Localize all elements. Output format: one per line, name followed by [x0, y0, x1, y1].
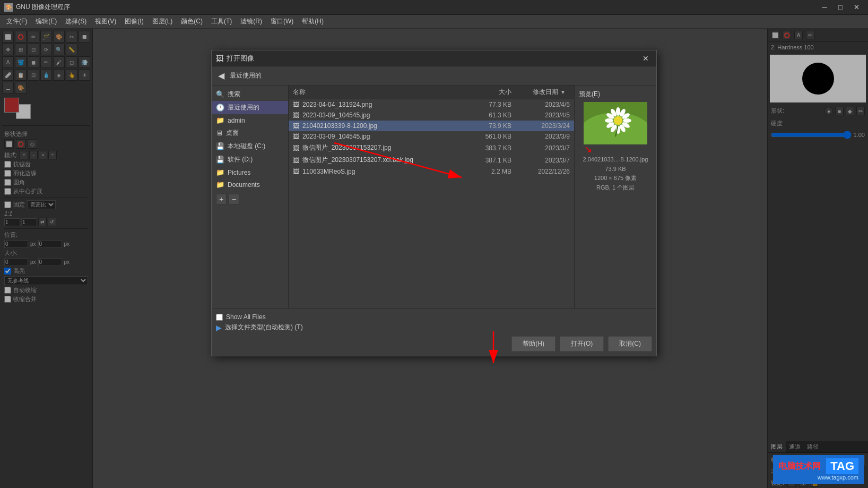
- preview-colormode: RGB, 1 个图层: [583, 183, 648, 193]
- file-icon-0: 🖼: [293, 101, 299, 108]
- col-header-name[interactable]: 名称: [293, 88, 464, 97]
- file-name-5: 微信图片_20230307153207.xcf.bak.jpg: [302, 156, 464, 165]
- file-row-4[interactable]: 🖼 微信图片_20230307153207.jpg 383.7 KB 2023/…: [289, 142, 574, 154]
- sidebar-recent[interactable]: 🕐 最近使用的: [212, 101, 288, 114]
- menu-help[interactable]: 帮助(H): [298, 15, 328, 28]
- search-icon: 🔍: [216, 90, 224, 98]
- preview-filename: 2.04021033...-8-1200.jpg: [583, 155, 648, 165]
- file-size-4: 383.7 KB: [464, 144, 511, 152]
- help-button[interactable]: 帮助(H): [511, 336, 555, 352]
- app-icon: 🎨: [4, 3, 13, 12]
- svg-point-3: [616, 107, 620, 116]
- menu-colors[interactable]: 颜色(C): [177, 15, 207, 28]
- sidebar-pictures-label: Pictures: [228, 169, 250, 176]
- file-date-4: 2023/3/7: [511, 144, 570, 152]
- sidebar-documents[interactable]: 📁 Documents: [212, 178, 288, 191]
- menu-windows[interactable]: 窗口(W): [266, 15, 298, 28]
- sidebar-search[interactable]: 🔍 搜索: [212, 88, 288, 101]
- main-content: ⬜ ⭕ ✏ 🪄 🎨 ✂ 🔲 ✥ ⊞ ⊡ ⟳ 🔍 📏 A 🪣 ◼ ✏ 🖌 ◻ 💨 …: [0, 29, 868, 488]
- dialog-title-icon: 🖼: [216, 54, 223, 63]
- watermark-top: 电脑技术网 TAG: [778, 458, 858, 474]
- sidebar-search-label: 搜索: [228, 90, 240, 99]
- file-name-0: 2023-04-04_131924.png: [302, 101, 464, 108]
- software-drive-icon: 💾: [216, 156, 224, 164]
- menu-filters[interactable]: 滤镜(R): [236, 15, 266, 28]
- preview-label: 预览(E): [579, 90, 600, 99]
- file-icon-2: 🖼: [293, 122, 299, 130]
- sidebar-add-button[interactable]: +: [216, 194, 227, 204]
- file-size-0: 77.3 KB: [464, 101, 511, 108]
- file-icon-1: 🖼: [293, 112, 299, 119]
- file-date-5: 2023/3/7: [511, 157, 570, 164]
- open-dialog: 🖼 打开图像 ✕ ◀ 最近使用的 🔍 搜索 🕐: [211, 50, 657, 356]
- file-date-2: 2023/3/24: [511, 122, 570, 130]
- filelist-header: 名称 大小 修改日期 ▼: [289, 85, 574, 99]
- show-all-files-checkbox[interactable]: [216, 314, 223, 321]
- menu-view[interactable]: 视图(V): [91, 15, 120, 28]
- recent-icon: 🕐: [216, 104, 224, 112]
- menu-tools[interactable]: 工具(T): [207, 15, 236, 28]
- desktop-icon: 🖥: [216, 129, 223, 137]
- file-row-3[interactable]: 🖼 2023-03-09_104545.jpg 561.0 KB 2023/3/…: [289, 131, 574, 142]
- menu-layers[interactable]: 图层(L): [148, 15, 177, 28]
- file-name-1: 2023-03-09_104545.jpg: [302, 112, 464, 119]
- dialog-title: 打开图像: [227, 54, 254, 63]
- preview-dimensions: 1200 × 675 像素: [583, 174, 648, 183]
- sidebar-software-drive[interactable]: 💾 软件 (D:): [212, 153, 288, 166]
- menu-select[interactable]: 选择(S): [61, 15, 91, 28]
- col-header-date[interactable]: 修改日期 ▼: [511, 88, 570, 97]
- sidebar-software-drive-label: 软件 (D:): [228, 155, 253, 164]
- dialog-filelist: 名称 大小 修改日期 ▼ 🖼 2023-04-04_131924.png 77.…: [289, 85, 574, 309]
- preview-svg: [584, 102, 647, 144]
- file-type-label: 选择文件类型(自动检测) (T): [225, 323, 303, 332]
- minimize-button[interactable]: ─: [817, 0, 832, 15]
- file-row-6[interactable]: 🖼 110633MReoS.jpg 2.2 MB 2022/12/26: [289, 166, 574, 177]
- watermark-brand-red: 电脑技术网: [778, 461, 821, 472]
- file-row-0[interactable]: 🖼 2023-04-04_131924.png 77.3 KB 2023/4/5: [289, 99, 574, 110]
- dialog-location-label: 最近使用的: [230, 71, 262, 80]
- file-date-6: 2022/12/26: [511, 168, 570, 175]
- dialog-back-button[interactable]: ◀: [216, 70, 227, 82]
- file-size-3: 561.0 KB: [464, 133, 511, 140]
- dialog-body: 🔍 搜索 🕐 最近使用的 📁 admin 🖥 桌面: [212, 85, 656, 309]
- sidebar-desktop-label: 桌面: [226, 129, 239, 138]
- arrow-to-preview: ↘: [584, 143, 592, 155]
- sidebar-admin[interactable]: 📁 admin: [212, 114, 288, 126]
- menu-edit[interactable]: 编辑(E): [31, 15, 61, 28]
- sidebar-desktop[interactable]: 🖥 桌面: [212, 126, 288, 140]
- dialog-toolbar: ◀ 最近使用的: [212, 66, 656, 85]
- sort-arrow-icon: ▼: [560, 89, 566, 95]
- dialog-buttons: 帮助(H) 打开(O) 取消(C): [216, 336, 652, 352]
- file-size-6: 2.2 MB: [464, 168, 511, 175]
- file-size-5: 387.1 KB: [464, 157, 511, 164]
- sidebar-addremove: + −: [212, 191, 288, 208]
- sidebar-local-disk[interactable]: 💾 本地磁盘 (C:): [212, 140, 288, 153]
- dialog-close-button[interactable]: ✕: [639, 52, 652, 65]
- sidebar-remove-button[interactable]: −: [229, 194, 239, 204]
- maximize-button[interactable]: □: [833, 0, 848, 15]
- file-name-4: 微信图片_20230307153207.jpg: [302, 143, 464, 152]
- sidebar-recent-label: 最近使用的: [228, 103, 259, 112]
- menu-bar: 文件(F) 编辑(E) 选择(S) 视图(V) 图像(I) 图层(L) 颜色(C…: [0, 15, 868, 29]
- sidebar-pictures[interactable]: 📁 Pictures: [212, 166, 288, 178]
- file-row-2[interactable]: 🖼 210402103339-8-1200.jpg 73.9 KB 2023/3…: [289, 121, 574, 131]
- file-date-0: 2023/4/5: [511, 101, 570, 108]
- documents-folder-icon: 📁: [216, 181, 224, 189]
- local-disk-icon: 💾: [216, 142, 224, 150]
- file-name-2: 210402103339-8-1200.jpg: [302, 122, 464, 130]
- svg-point-12: [605, 118, 613, 123]
- file-icon-6: 🖼: [293, 168, 299, 175]
- menu-file[interactable]: 文件(F): [2, 15, 31, 28]
- file-date-1: 2023/4/5: [511, 112, 570, 119]
- cancel-button[interactable]: 取消(C): [608, 336, 652, 352]
- file-row-1[interactable]: 🖼 2023-03-09_104545.jpg 61.3 KB 2023/4/5: [289, 110, 574, 121]
- close-button[interactable]: ✕: [849, 0, 864, 15]
- preview-image-container: [584, 102, 647, 144]
- menu-image[interactable]: 图像(I): [120, 15, 147, 28]
- file-type-expand-icon[interactable]: ▶: [216, 323, 222, 332]
- sidebar-local-disk-label: 本地磁盘 (C:): [228, 142, 265, 151]
- open-button[interactable]: 打开(O): [560, 336, 604, 352]
- col-header-size[interactable]: 大小: [464, 88, 511, 97]
- file-icon-5: 🖼: [293, 157, 299, 164]
- file-row-5[interactable]: 🖼 微信图片_20230307153207.xcf.bak.jpg 387.1 …: [289, 154, 574, 166]
